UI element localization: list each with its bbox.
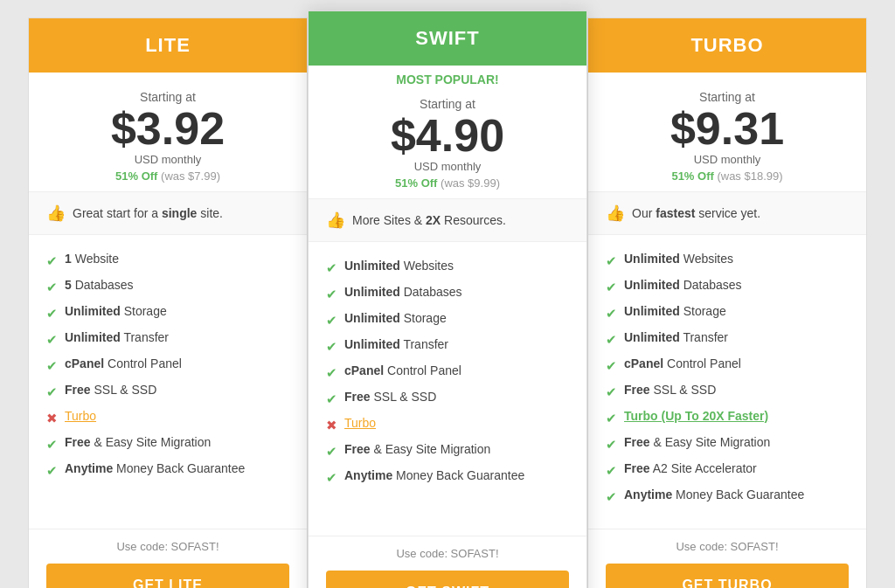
thumbs-up-icon: 👍 — [46, 204, 66, 223]
check-icon: ✔ — [326, 285, 337, 303]
price-section-lite: Starting at$3.92USD monthly51% Off (was … — [29, 80, 307, 191]
thumbs-up-icon: 👍 — [326, 211, 345, 230]
check-icon: ✔ — [46, 356, 58, 375]
feature-text: Turbo — [344, 415, 376, 432]
thumbs-up-icon: 👍 — [606, 204, 625, 223]
usd-monthly-label: USD monthly — [46, 153, 289, 166]
plan-card-lite: LITEStarting at$3.92USD monthly51% Off (… — [28, 17, 308, 588]
cta-button-turbo[interactable]: GET TURBO — [606, 564, 849, 588]
feature-text: cPanel Control Panel — [65, 356, 182, 373]
feature-text: Anytime Money Back Guarantee — [65, 460, 245, 478]
feature-item: ✔Anytime Money Back Guarantee — [606, 487, 849, 506]
feature-text: Unlimited Websites — [624, 251, 733, 268]
feature-text: Unlimited Websites — [344, 258, 454, 275]
feature-text: Unlimited Databases — [624, 277, 742, 294]
feature-item: ✔Free A2 Site Accelerator — [606, 460, 849, 480]
check-icon: ✔ — [326, 390, 337, 408]
feature-text: Unlimited Databases — [344, 284, 462, 301]
price-value: $3.92 — [46, 106, 289, 151]
promo-text: Our fastest service yet. — [632, 206, 760, 220]
feature-item: ✔1 Website — [46, 251, 289, 270]
feature-text: Unlimited Transfer — [624, 329, 728, 347]
promo-bar: 👍Great start for a single site. — [29, 191, 307, 235]
feature-item: ✖Turbo — [46, 408, 289, 427]
cross-icon: ✖ — [326, 416, 337, 434]
feature-text: 5 Databases — [65, 277, 134, 294]
feature-text: cPanel Control Panel — [344, 363, 461, 380]
feature-item: ✔Free & Easy Site Migration — [46, 434, 289, 453]
feature-text: Unlimited Storage — [65, 303, 167, 321]
feature-item: ✔Turbo (Up To 20X Faster) — [606, 408, 849, 427]
check-icon: ✔ — [46, 435, 58, 453]
feature-item: ✔Unlimited Storage — [326, 310, 569, 329]
check-icon: ✔ — [606, 409, 617, 427]
feature-text: Free & Easy Site Migration — [344, 441, 490, 459]
feature-item: ✔Unlimited Storage — [606, 303, 849, 322]
check-icon: ✔ — [606, 304, 617, 322]
promo-code: Use code: SOFAST! — [588, 529, 866, 564]
feature-text: Unlimited Transfer — [344, 336, 448, 354]
features-list: ✔1 Website✔5 Databases✔Unlimited Storage… — [29, 235, 307, 529]
popular-badge: MOST POPULAR! — [309, 66, 586, 86]
feature-text: Free SSL & SSD — [344, 389, 436, 406]
check-icon: ✔ — [326, 468, 337, 487]
check-icon: ✔ — [326, 442, 337, 460]
promo-text: More Sites & 2X Resources. — [352, 213, 506, 227]
cta-button-swift[interactable]: GET SWIFT — [326, 571, 569, 588]
feature-item: ✔5 Databases — [46, 277, 289, 296]
feature-item: ✖Turbo — [326, 415, 569, 434]
feature-item: ✔cPanel Control Panel — [326, 363, 569, 382]
starting-at-label: Starting at — [606, 90, 849, 104]
price-section-turbo: Starting at$9.31USD monthly51% Off (was … — [588, 80, 866, 191]
check-icon: ✔ — [326, 363, 337, 382]
cross-icon: ✖ — [46, 409, 58, 427]
check-icon: ✔ — [606, 356, 617, 375]
feature-text: Turbo — [65, 408, 96, 425]
discount-label: 51% Off (was $9.99) — [326, 176, 569, 190]
feature-text: cPanel Control Panel — [624, 356, 741, 373]
feature-text: Unlimited Transfer — [65, 329, 169, 347]
feature-item: ✔Unlimited Databases — [326, 284, 569, 303]
plan-card-turbo: TURBOStarting at$9.31USD monthly51% Off … — [587, 17, 867, 588]
check-icon: ✔ — [606, 252, 617, 270]
check-icon: ✔ — [606, 330, 617, 349]
cta-button-lite[interactable]: GET LITE — [46, 564, 289, 588]
check-icon: ✔ — [606, 435, 617, 453]
feature-item: ✔Unlimited Transfer — [46, 329, 289, 349]
feature-text: Free A2 Site Accelerator — [624, 460, 757, 478]
check-icon: ✔ — [606, 383, 617, 401]
feature-item: ✔cPanel Control Panel — [46, 356, 289, 375]
discount-label: 51% Off (was $7.99) — [46, 169, 289, 183]
plan-header-turbo: TURBO — [588, 18, 866, 73]
feature-text: Anytime Money Back Guarantee — [624, 487, 804, 504]
feature-item: ✔Unlimited Transfer — [606, 329, 849, 349]
plan-header-swift: SWIFT — [309, 11, 586, 66]
check-icon: ✔ — [606, 278, 617, 296]
check-icon: ✔ — [606, 461, 617, 480]
usd-monthly-label: USD monthly — [326, 160, 569, 173]
promo-bar: 👍More Sites & 2X Resources. — [309, 198, 586, 242]
promo-code: Use code: SOFAST! — [309, 536, 586, 571]
promo-bar: 👍Our fastest service yet. — [588, 191, 866, 235]
feature-text: Unlimited Storage — [344, 310, 447, 328]
plan-header-lite: LITE — [29, 18, 307, 73]
check-icon: ✔ — [46, 252, 58, 270]
check-icon: ✔ — [326, 259, 337, 277]
feature-item: ✔Unlimited Transfer — [326, 336, 569, 356]
usd-monthly-label: USD monthly — [606, 153, 849, 166]
feature-text: Turbo (Up To 20X Faster) — [624, 408, 768, 425]
feature-text: Free SSL & SSD — [65, 382, 156, 399]
starting-at-label: Starting at — [326, 97, 569, 111]
plan-card-swift: SWIFTMOST POPULAR!Starting at$4.90USD mo… — [308, 10, 587, 588]
features-list: ✔Unlimited Websites✔Unlimited Databases✔… — [588, 235, 866, 529]
feature-text: Free & Easy Site Migration — [65, 434, 211, 452]
starting-at-label: Starting at — [46, 90, 289, 104]
feature-text: Free SSL & SSD — [624, 382, 716, 399]
check-icon: ✔ — [46, 461, 58, 480]
price-section-swift: Starting at$4.90USD monthly51% Off (was … — [309, 86, 586, 198]
feature-item: ✔Free SSL & SSD — [326, 389, 569, 408]
feature-item: ✔Free SSL & SSD — [606, 382, 849, 401]
feature-text: 1 Website — [65, 251, 119, 268]
feature-text: Anytime Money Back Guarantee — [344, 467, 524, 485]
check-icon: ✔ — [46, 383, 58, 401]
